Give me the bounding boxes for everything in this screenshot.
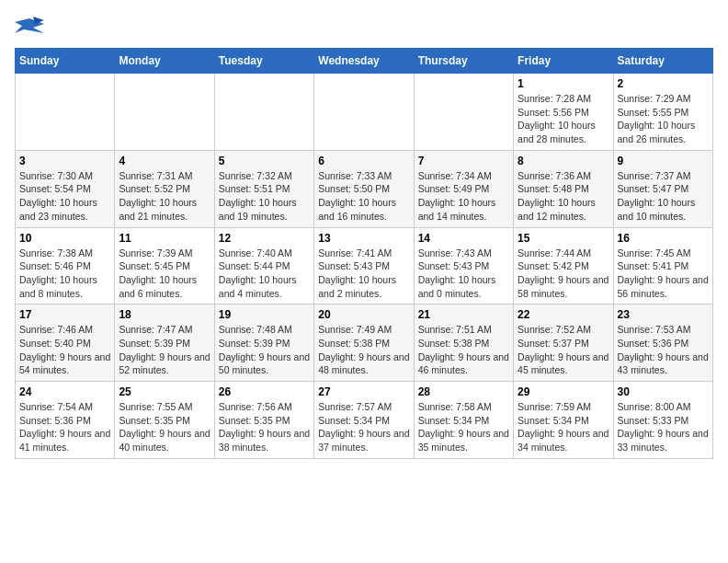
day-number: 15 [518, 232, 609, 245]
day-number: 5 [219, 155, 310, 167]
day-content: Sunrise: 7:30 AM Sunset: 5:54 PM Dayligh… [19, 169, 110, 224]
calendar-cell: 4Sunrise: 7:31 AM Sunset: 5:52 PM Daylig… [115, 150, 214, 227]
calendar-cell: 14Sunrise: 7:43 AM Sunset: 5:43 PM Dayli… [414, 227, 513, 304]
day-number: 10 [19, 232, 110, 245]
calendar-cell: 24Sunrise: 7:54 AM Sunset: 5:36 PM Dayli… [16, 382, 115, 459]
weekday-header-monday: Monday [115, 49, 214, 74]
calendar-cell: 22Sunrise: 7:52 AM Sunset: 5:37 PM Dayli… [514, 304, 613, 382]
day-content: Sunrise: 7:29 AM Sunset: 5:55 PM Dayligh… [618, 92, 709, 146]
calendar-week-row: 17Sunrise: 7:46 AM Sunset: 5:40 PM Dayli… [16, 304, 713, 382]
day-number: 16 [618, 232, 709, 245]
day-content: Sunrise: 7:52 AM Sunset: 5:37 PM Dayligh… [518, 323, 609, 377]
weekday-header-friday: Friday [514, 49, 613, 74]
day-content: Sunrise: 7:41 AM Sunset: 5:43 PM Dayligh… [318, 247, 409, 301]
day-number: 23 [618, 308, 709, 321]
day-number: 29 [518, 385, 609, 398]
day-number: 9 [618, 155, 709, 167]
day-number: 22 [518, 308, 609, 321]
calendar-cell: 13Sunrise: 7:41 AM Sunset: 5:43 PM Dayli… [314, 227, 414, 304]
calendar-cell: 12Sunrise: 7:40 AM Sunset: 5:44 PM Dayli… [214, 227, 313, 304]
calendar-cell: 2Sunrise: 7:29 AM Sunset: 5:55 PM Daylig… [613, 74, 712, 151]
day-content: Sunrise: 7:47 AM Sunset: 5:39 PM Dayligh… [119, 323, 210, 377]
calendar-week-row: 1Sunrise: 7:28 AM Sunset: 5:56 PM Daylig… [16, 74, 713, 151]
weekday-header-row: SundayMondayTuesdayWednesdayThursdayFrid… [16, 49, 713, 74]
day-number: 11 [119, 232, 210, 245]
day-content: Sunrise: 7:45 AM Sunset: 5:41 PM Dayligh… [618, 247, 709, 301]
calendar-cell [115, 74, 214, 151]
day-content: Sunrise: 7:55 AM Sunset: 5:35 PM Dayligh… [119, 400, 210, 454]
day-content: Sunrise: 7:31 AM Sunset: 5:52 PM Dayligh… [119, 169, 210, 224]
calendar-cell: 20Sunrise: 7:49 AM Sunset: 5:38 PM Dayli… [314, 304, 414, 382]
day-number: 30 [618, 385, 709, 398]
day-content: Sunrise: 7:48 AM Sunset: 5:39 PM Dayligh… [219, 323, 310, 377]
day-content: Sunrise: 7:34 AM Sunset: 5:49 PM Dayligh… [418, 169, 509, 224]
calendar-cell: 18Sunrise: 7:47 AM Sunset: 5:39 PM Dayli… [115, 304, 214, 382]
calendar-cell: 3Sunrise: 7:30 AM Sunset: 5:54 PM Daylig… [16, 150, 115, 227]
day-content: Sunrise: 7:57 AM Sunset: 5:34 PM Dayligh… [318, 400, 409, 454]
day-number: 14 [418, 232, 509, 245]
day-number: 25 [119, 385, 210, 398]
calendar-cell: 9Sunrise: 7:37 AM Sunset: 5:47 PM Daylig… [613, 150, 712, 227]
day-number: 26 [219, 385, 310, 398]
calendar-cell: 30Sunrise: 8:00 AM Sunset: 5:33 PM Dayli… [613, 382, 712, 459]
calendar-cell: 11Sunrise: 7:39 AM Sunset: 5:45 PM Dayli… [115, 227, 214, 304]
day-number: 2 [618, 77, 709, 90]
calendar-cell: 21Sunrise: 7:51 AM Sunset: 5:38 PM Dayli… [414, 304, 513, 382]
day-content: Sunrise: 7:56 AM Sunset: 5:35 PM Dayligh… [219, 400, 310, 454]
day-content: Sunrise: 7:54 AM Sunset: 5:36 PM Dayligh… [19, 400, 110, 454]
weekday-header-tuesday: Tuesday [214, 49, 313, 74]
weekday-header-saturday: Saturday [613, 49, 712, 74]
day-number: 3 [19, 155, 110, 167]
day-content: Sunrise: 7:58 AM Sunset: 5:34 PM Dayligh… [418, 400, 509, 454]
day-content: Sunrise: 7:43 AM Sunset: 5:43 PM Dayligh… [418, 247, 509, 301]
day-number: 27 [318, 385, 409, 398]
day-number: 28 [418, 385, 509, 398]
calendar-cell: 10Sunrise: 7:38 AM Sunset: 5:46 PM Dayli… [16, 227, 115, 304]
calendar-table: SundayMondayTuesdayWednesdayThursdayFrid… [15, 48, 713, 459]
day-content: Sunrise: 7:51 AM Sunset: 5:38 PM Dayligh… [418, 323, 509, 377]
calendar-cell: 6Sunrise: 7:33 AM Sunset: 5:50 PM Daylig… [314, 150, 414, 227]
day-content: Sunrise: 7:36 AM Sunset: 5:48 PM Dayligh… [518, 169, 609, 224]
day-number: 24 [19, 385, 110, 398]
day-content: Sunrise: 7:33 AM Sunset: 5:50 PM Dayligh… [318, 169, 409, 224]
day-number: 8 [518, 155, 609, 167]
calendar-cell [214, 74, 313, 151]
day-content: Sunrise: 7:37 AM Sunset: 5:47 PM Dayligh… [618, 169, 709, 224]
day-number: 12 [219, 232, 310, 245]
calendar-week-row: 3Sunrise: 7:30 AM Sunset: 5:54 PM Daylig… [16, 150, 713, 227]
calendar-cell [16, 74, 115, 151]
day-number: 7 [418, 155, 509, 167]
calendar-cell: 16Sunrise: 7:45 AM Sunset: 5:41 PM Dayli… [613, 227, 712, 304]
weekday-header-wednesday: Wednesday [314, 49, 414, 74]
day-number: 18 [119, 308, 210, 321]
calendar-cell: 26Sunrise: 7:56 AM Sunset: 5:35 PM Dayli… [214, 382, 313, 459]
calendar-cell: 27Sunrise: 7:57 AM Sunset: 5:34 PM Dayli… [314, 382, 414, 459]
calendar-cell: 29Sunrise: 7:59 AM Sunset: 5:34 PM Dayli… [514, 382, 613, 459]
calendar-cell: 25Sunrise: 7:55 AM Sunset: 5:35 PM Dayli… [115, 382, 214, 459]
day-content: Sunrise: 7:28 AM Sunset: 5:56 PM Dayligh… [518, 92, 609, 146]
day-content: Sunrise: 7:38 AM Sunset: 5:46 PM Dayligh… [19, 247, 110, 301]
day-number: 19 [219, 308, 310, 321]
day-number: 21 [418, 308, 509, 321]
day-number: 4 [119, 155, 210, 167]
day-content: Sunrise: 7:39 AM Sunset: 5:45 PM Dayligh… [119, 247, 210, 301]
calendar-cell: 7Sunrise: 7:34 AM Sunset: 5:49 PM Daylig… [414, 150, 513, 227]
day-number: 6 [318, 155, 409, 167]
day-number: 20 [318, 308, 409, 321]
calendar-cell: 1Sunrise: 7:28 AM Sunset: 5:56 PM Daylig… [514, 74, 613, 151]
day-content: Sunrise: 7:49 AM Sunset: 5:38 PM Dayligh… [318, 323, 409, 377]
weekday-header-sunday: Sunday [16, 49, 115, 74]
calendar-cell: 15Sunrise: 7:44 AM Sunset: 5:42 PM Dayli… [514, 227, 613, 304]
day-content: Sunrise: 7:40 AM Sunset: 5:44 PM Dayligh… [219, 247, 310, 301]
day-content: Sunrise: 7:32 AM Sunset: 5:51 PM Dayligh… [219, 169, 310, 224]
day-number: 1 [518, 77, 609, 90]
day-content: Sunrise: 7:59 AM Sunset: 5:34 PM Dayligh… [518, 400, 609, 454]
logo [15, 15, 48, 40]
day-content: Sunrise: 7:44 AM Sunset: 5:42 PM Dayligh… [518, 247, 609, 301]
day-content: Sunrise: 7:53 AM Sunset: 5:36 PM Dayligh… [618, 323, 709, 377]
calendar-week-row: 10Sunrise: 7:38 AM Sunset: 5:46 PM Dayli… [16, 227, 713, 304]
weekday-header-thursday: Thursday [414, 49, 513, 74]
calendar-cell [414, 74, 513, 151]
calendar-cell: 8Sunrise: 7:36 AM Sunset: 5:48 PM Daylig… [514, 150, 613, 227]
calendar-cell: 17Sunrise: 7:46 AM Sunset: 5:40 PM Dayli… [16, 304, 115, 382]
